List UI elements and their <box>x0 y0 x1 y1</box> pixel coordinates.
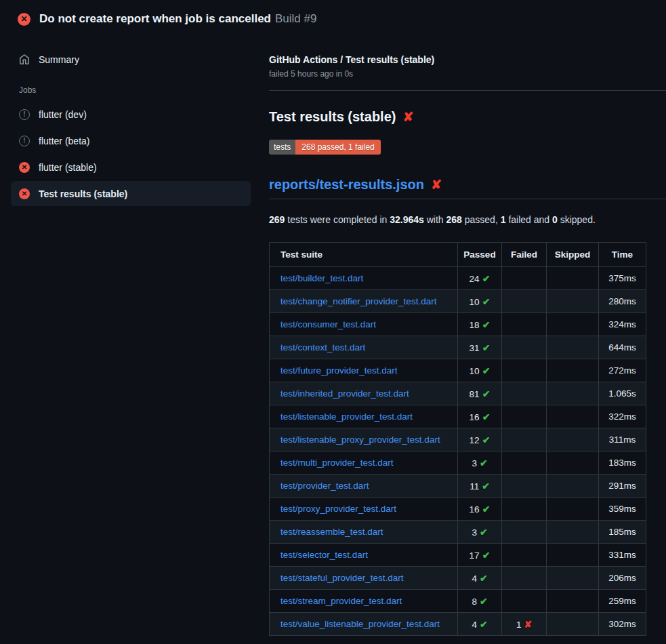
test-suite-link[interactable]: test/stream_provider_test.dart <box>280 596 402 606</box>
failed-cell <box>502 336 547 359</box>
test-suite-link[interactable]: test/proxy_provider_test.dart <box>280 504 396 514</box>
time-cell: 324ms <box>599 313 646 336</box>
skipped-cell <box>547 290 599 313</box>
time-cell: 644ms <box>599 336 646 359</box>
cross-icon: ✘ <box>402 110 413 123</box>
test-suite-link[interactable]: test/value_listenable_provider_test.dart <box>280 619 440 629</box>
time-cell: 1.065s <box>599 382 646 405</box>
failed-cell <box>502 382 547 405</box>
summary-text: passed, <box>465 214 498 225</box>
tests-status-badge: tests 268 passed, 1 failed <box>269 140 381 155</box>
check-icon: ✔ <box>482 435 491 445</box>
cross-icon: ✘ <box>431 178 442 191</box>
table-row: test/value_listenable_provider_test.dart… <box>270 613 646 636</box>
table-row: test/stateful_provider_test.dart 4✔ 206m… <box>270 567 646 590</box>
skipped-cell <box>547 451 599 475</box>
test-suite-link[interactable]: test/multi_provider_test.dart <box>280 458 394 468</box>
check-icon: ✔ <box>482 481 490 491</box>
passed-cell: 10✔ <box>458 290 502 313</box>
x-circle-icon: ✕ <box>18 13 30 26</box>
test-results-table-body: test/builder_test.dart 24✔ 375ms test/ch… <box>270 267 646 636</box>
time-cell: 280ms <box>599 290 646 313</box>
test-suite-link[interactable]: test/context_test.dart <box>280 342 365 353</box>
check-icon: ✔ <box>482 388 491 399</box>
sidebar: Summary Jobs ! flutter (dev) ! flutter (… <box>0 35 257 207</box>
skipped-count: 0 <box>552 214 558 225</box>
run-header: ✕ Do not create report when job is cance… <box>0 0 666 35</box>
test-suite-link[interactable]: test/listenable_proxy_provider_test.dart <box>280 435 440 445</box>
col-header-skipped: Skipped <box>547 243 599 267</box>
sidebar-item-label: flutter (stable) <box>39 162 97 173</box>
sidebar-item-flutter-stable[interactable]: ✕ flutter (stable) <box>11 155 251 180</box>
test-suite-link[interactable]: test/reassemble_test.dart <box>280 527 383 537</box>
passed-cell: 4✔ <box>458 613 502 636</box>
test-suite-link[interactable]: test/builder_test.dart <box>280 273 363 283</box>
cross-icon: ✘ <box>524 619 532 630</box>
run-title-text: Do not create report when job is cancell… <box>39 12 271 25</box>
sidebar-item-flutter-dev[interactable]: ! flutter (dev) <box>11 102 251 127</box>
duration-value: 32.964s <box>390 214 424 225</box>
build-number: Build #9 <box>275 12 316 25</box>
table-row: test/inherited_provider_test.dart 81✔ 1.… <box>270 382 646 405</box>
check-icon: ✔ <box>480 527 488 538</box>
table-row: test/selector_test.dart 17✔ 331ms <box>270 544 646 567</box>
check-icon: ✔ <box>480 458 488 468</box>
failed-cell <box>502 451 547 475</box>
table-row: test/consumer_test.dart 18✔ 324ms <box>270 313 646 336</box>
failed-cell <box>502 405 547 428</box>
failed-cell <box>502 498 547 521</box>
table-row: test/multi_provider_test.dart 3✔ 183ms <box>270 451 646 475</box>
sidebar-item-summary[interactable]: Summary <box>11 49 251 71</box>
breadcrumb: GitHub Actions / Test results (stable) <box>269 54 666 65</box>
run-title: Do not create report when job is cancell… <box>39 12 316 26</box>
table-row: test/listenable_provider_test.dart 16✔ 3… <box>270 405 646 428</box>
time-cell: 311ms <box>599 428 646 451</box>
failed-cell <box>502 313 547 336</box>
check-icon: ✔ <box>482 504 491 515</box>
sidebar-item-flutter-beta[interactable]: ! flutter (beta) <box>11 128 251 153</box>
time-cell: 206ms <box>599 567 646 590</box>
failed-cell <box>502 475 547 498</box>
passed-cell: 3✔ <box>458 521 502 544</box>
skipped-cell <box>547 405 599 428</box>
test-suite-link[interactable]: test/inherited_provider_test.dart <box>280 388 409 399</box>
test-suite-link[interactable]: test/listenable_provider_test.dart <box>280 411 413 422</box>
table-header-row: Test suite Passed Failed Skipped Time <box>270 243 646 267</box>
badge-label: tests <box>269 140 295 155</box>
table-row: test/stream_provider_test.dart 8✔ 259ms <box>270 590 646 613</box>
passed-cell: 18✔ <box>458 313 502 336</box>
skipped-cell <box>547 498 599 521</box>
passed-cell: 16✔ <box>458 405 502 428</box>
test-suite-link[interactable]: test/change_notifier_provider_test.dart <box>280 296 436 306</box>
table-row: test/builder_test.dart 24✔ 375ms <box>270 267 646 290</box>
jobs-section-label: Jobs <box>19 85 251 95</box>
skipped-cell <box>547 267 599 290</box>
sidebar-item-label: flutter (dev) <box>39 109 87 120</box>
passed-cell: 10✔ <box>458 359 502 382</box>
skipped-cell <box>547 567 599 590</box>
summary-text: with <box>427 214 444 225</box>
test-suite-link[interactable]: test/consumer_test.dart <box>280 319 376 329</box>
failed-cell <box>502 267 547 290</box>
x-circle-icon: ✕ <box>19 188 30 199</box>
test-suite-link[interactable]: test/stateful_provider_test.dart <box>280 573 404 583</box>
passed-cell: 8✔ <box>458 590 502 613</box>
report-title-link[interactable]: reports/test-results.json <box>269 177 424 193</box>
failed-cell <box>502 544 547 567</box>
test-suite-link[interactable]: test/selector_test.dart <box>280 550 368 560</box>
test-suite-link[interactable]: test/future_provider_test.dart <box>280 365 398 376</box>
sidebar-item-test-results-stable[interactable]: ✕ Test results (stable) <box>11 181 251 206</box>
failed-cell <box>502 428 547 451</box>
test-suite-link[interactable]: test/provider_test.dart <box>280 481 369 491</box>
skipped-cell <box>547 382 599 405</box>
skipped-cell <box>547 544 599 567</box>
sidebar-item-label: Test results (stable) <box>39 188 127 199</box>
test-results-table: Test suite Passed Failed Skipped Time te… <box>269 242 646 636</box>
check-icon: ✔ <box>482 273 491 284</box>
summary-text: failed and <box>508 214 549 225</box>
check-icon: ✔ <box>480 596 488 607</box>
summary-text: tests were completed in <box>287 214 387 225</box>
failed-cell: 1✘ <box>502 613 547 636</box>
failed-cell <box>502 521 547 544</box>
table-row: test/listenable_proxy_provider_test.dart… <box>270 428 646 451</box>
